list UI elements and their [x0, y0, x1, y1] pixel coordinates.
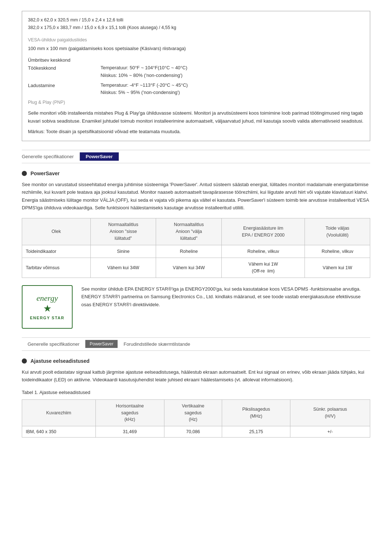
- ajastus-table: Kuvarezhiim Horisontaalnesagedus(kHz) Ve…: [22, 399, 370, 438]
- spec-box: 382,0 x 62,0 x 320,5 mm / 15,0 x 2,4 x 1…: [22, 11, 370, 141]
- work-env-value: Temperatuur: 50°F ~ 104°F(10°C ~ 40°C) N…: [101, 64, 364, 79]
- tab-powersaver-2[interactable]: PowerSaver: [85, 340, 118, 348]
- td-indicator-label: Toideindikaator: [22, 245, 91, 258]
- ajastus-body: Kui arvuti poolt edastatav signaal kattu…: [22, 368, 370, 384]
- storage-value: Temperatuur: -4°F ~113°F (-20°C ~ 45°C) …: [101, 82, 364, 97]
- powersaver-section: PowerSaver See monitor on varustatud sis…: [22, 171, 370, 329]
- td-vfreq: 70,086: [164, 426, 222, 438]
- page-content: 382,0 x 62,0 x 320,5 mm / 15,0 x 2,4 x 1…: [0, 0, 392, 453]
- tab-forudindstillede[interactable]: Forudindstillede skærmtilstande: [118, 340, 196, 348]
- th-toide-valja: Toide väljas(Voolulüliti): [305, 218, 370, 245]
- ajastus-bullet-icon: [22, 358, 27, 364]
- td-power-label: Tarbitav võimsus: [22, 258, 91, 278]
- th-normal-sisse: NormaaltalitlusAnioon "sisselülitatud": [90, 218, 156, 245]
- td-power-34-1: Vähem kui 34W: [90, 258, 156, 278]
- dim-line-1: 382,0 x 62,0 x 320,5 mm / 15,0 x 2,4 x 1…: [28, 16, 364, 24]
- ajastus-heading-row: Ajastuse eelseadistused: [22, 358, 370, 364]
- tab-generelle-2[interactable]: Generelle specifikationer: [22, 340, 85, 348]
- ajastus-header-row: Kuvarezhiim Horisontaalnesagedus(kHz) Ve…: [22, 399, 370, 426]
- th-energy-save: Energiasäästure iimEPA / ENERGY 2000: [222, 218, 305, 245]
- env-title: Ümbritsev keskkond: [28, 56, 364, 64]
- energy-description: See monitor ühildub EPA ENERGY STAR®'iga…: [81, 285, 370, 308]
- td-pixel-freq: 25,175: [222, 426, 290, 438]
- td-power-1w-2: Vähem kui 1W: [305, 258, 370, 278]
- th-vert: Vertikaalnesagedus(Hz): [164, 399, 222, 426]
- storage-row: Ladustamine Temperatuur: -4°F ~113°F (-2…: [28, 82, 364, 97]
- td-power-1w: Vähem kui 1W(Off-re iim): [222, 258, 305, 278]
- td-indicator-vilkuv: Roheline, vilkuv: [222, 245, 305, 258]
- tab-nav-1: Generelle specifikationer PowerSaver: [22, 150, 370, 163]
- td-hfreq: 31,469: [95, 426, 164, 438]
- power-table-header-row: Olek NormaaltalitlusAnioon "sisselülitat…: [22, 218, 370, 245]
- table-row: Tarbitav võimsus Vähem kui 34W Vähem kui…: [22, 258, 370, 278]
- energy-star-section: energy ★ ENERGY STAR See monitor ühildub…: [22, 285, 370, 329]
- th-normal-valja: NormaaltalitlusAnioon "väljalülitatud": [156, 218, 222, 245]
- bullet-icon: [22, 171, 27, 176]
- th-olek: Olek: [22, 218, 91, 245]
- work-env-row: Töökeskkond Temperatuur: 50°F ~ 104°F(10…: [28, 64, 364, 79]
- vesa-desc: 100 mm x 100 mm (paigaldamiseks koos spe…: [28, 45, 364, 53]
- energy-text: energy: [36, 294, 58, 303]
- dim-line-2: 382,0 x 175,0 x 383,7 mm / 15,0 x 6,9 x …: [28, 24, 364, 32]
- tab-nav-2: Generelle specifikationer PowerSaver For…: [22, 337, 370, 351]
- td-power-34-2: Vähem kui 34W: [156, 258, 222, 278]
- ajastus-section: Ajastuse eelseadistused Kui arvuti poolt…: [22, 358, 370, 438]
- ajastus-heading: Ajastuse eelseadistused: [30, 358, 90, 364]
- table-row: IBM, 640 x 350 31,469 70,086 25,175 +/-: [22, 426, 370, 438]
- ajastus-table-title: Tabel 1. Ajastuse eelseadistused: [22, 390, 370, 395]
- power-table: Olek NormaaltalitlusAnioon "sisselülitat…: [22, 218, 370, 278]
- powersaver-heading-row: PowerSaver: [22, 171, 370, 176]
- vesa-title: VESA-ühilduv paigaldusliides: [28, 36, 364, 44]
- work-env-label: Töökeskkond: [28, 64, 101, 79]
- powersaver-heading: PowerSaver: [30, 171, 60, 176]
- tab-powersaver-1[interactable]: PowerSaver: [80, 152, 119, 161]
- table-row: Toideindikaator Sinine Roheline Roheline…: [22, 245, 370, 258]
- tab-generelle-1[interactable]: Generelle specifikationer: [22, 152, 80, 161]
- powersaver-body: See monitor on varustatud sisseehitatud …: [22, 181, 370, 212]
- td-indicator-vilkuv2: Roheline, vilkuv: [305, 245, 370, 258]
- td-indicator-roheline: Roheline: [156, 245, 222, 258]
- vesa-section: VESA-ühilduv paigaldusliides 100 mm x 10…: [28, 36, 364, 53]
- td-indicator-sinine: Sinine: [90, 245, 156, 258]
- th-polarity: Sünkr. polaarsus(H/V): [290, 399, 370, 426]
- star-icon: ★: [43, 303, 52, 314]
- td-mode-ibm: IBM, 640 x 350: [22, 426, 96, 438]
- th-kuvarezhiim: Kuvarezhiim: [22, 399, 96, 426]
- energy-star-logo: energy ★ ENERGY STAR: [22, 285, 73, 329]
- pnp-title: Plug & Play (PNP): [28, 99, 364, 106]
- note-text: Märkus: Toote disain ja spetsifikatsioon…: [28, 128, 364, 135]
- body-text-1: Selle monitori võib installeerida mistah…: [28, 109, 364, 125]
- energy-label: ENERGY STAR: [30, 316, 65, 320]
- storage-label: Ladustamine: [28, 82, 101, 97]
- th-pixel: Pikslisagedus(MHz): [222, 399, 290, 426]
- td-polarity-val: +/-: [290, 426, 370, 438]
- th-horiz: Horisontaalnesagedus(kHz): [95, 399, 164, 426]
